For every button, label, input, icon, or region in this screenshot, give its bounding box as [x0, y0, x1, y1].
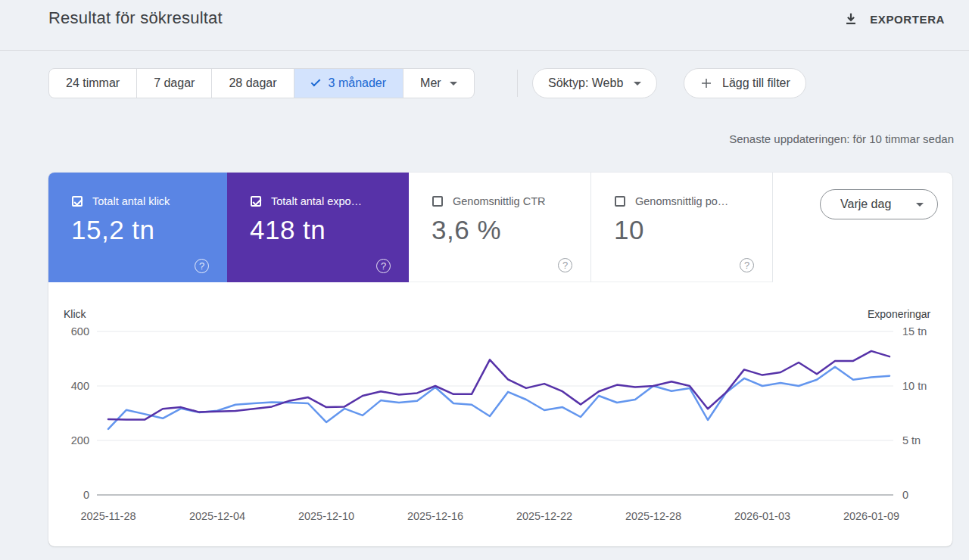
x-tick: 2025-12-10: [273, 510, 379, 522]
range-more-button[interactable]: Mer: [403, 69, 474, 98]
checkbox-icon[interactable]: [251, 196, 261, 207]
metric-tile-total-clicks[interactable]: Totalt antal klick 15,2 tn ?: [48, 173, 227, 282]
metric-tile-average-ctr[interactable]: Genomsnittlig CTR 3,6 % ?: [409, 173, 591, 282]
header-divider: [0, 50, 969, 51]
checkbox-icon[interactable]: [615, 196, 625, 207]
y-tick-left: 600: [48, 325, 89, 338]
chevron-down-icon: [634, 82, 641, 86]
metric-tile-average-position[interactable]: Genomsnittlig po… 10 ?: [591, 173, 773, 282]
search-type-filter[interactable]: Söktyp: Webb: [532, 68, 657, 98]
help-icon[interactable]: ?: [558, 258, 572, 272]
chevron-down-icon: [916, 203, 924, 207]
help-icon[interactable]: ?: [376, 259, 391, 273]
y-tick-right: 10 tn: [902, 380, 948, 392]
y-tick-right: 5 tn: [902, 434, 948, 446]
metric-value: 418 tn: [250, 215, 326, 245]
range-3m-button[interactable]: 3 månader: [294, 69, 403, 98]
export-label: EXPORTERA: [870, 13, 945, 26]
granularity-dropdown[interactable]: Varje dag: [820, 189, 938, 219]
x-tick: 2026-01-03: [709, 510, 815, 522]
date-range-group: 24 timmar 7 dagar 28 dagar 3 månader Mer: [48, 68, 475, 98]
left-axis-title: Klick: [64, 308, 86, 320]
download-icon: [843, 11, 859, 27]
right-axis-title: Exponeringar: [868, 308, 930, 320]
range-28d-button[interactable]: 28 dagar: [211, 69, 293, 98]
metric-value: 10: [614, 215, 644, 245]
x-tick: 2025-12-16: [382, 510, 488, 522]
metric-label: Totalt antal klick: [92, 195, 170, 207]
checkbox-icon[interactable]: [72, 196, 83, 207]
metric-label: Genomsnittlig CTR: [453, 195, 545, 207]
metric-label: Totalt antal expo…: [271, 195, 362, 207]
metric-tile-total-impressions[interactable]: Totalt antal expo… 418 tn ?: [227, 173, 409, 282]
x-tick: 2025-11-28: [55, 510, 161, 522]
check-icon: [310, 77, 320, 87]
metric-value: 3,6 %: [432, 215, 501, 245]
y-tick-left: 0: [48, 489, 89, 501]
filter-divider: [517, 70, 518, 97]
y-tick-left: 400: [48, 380, 89, 392]
range-7d-button[interactable]: 7 dagar: [136, 69, 211, 98]
chevron-down-icon: [450, 82, 457, 86]
checkbox-icon[interactable]: [432, 196, 443, 207]
last-updated-text: Senaste uppdateringen: för 10 timmar sed…: [729, 132, 954, 145]
x-tick: 2025-12-04: [164, 510, 270, 522]
x-tick: 2025-12-28: [600, 510, 706, 522]
plus-icon: [699, 76, 713, 90]
x-tick: 2026-01-09: [818, 510, 924, 522]
export-button[interactable]: EXPORTERA: [840, 6, 948, 32]
x-tick: 2025-12-22: [491, 510, 597, 522]
y-tick-right: 15 tn: [902, 325, 948, 338]
add-filter-button[interactable]: Lägg till filter: [684, 68, 806, 98]
range-24h-button[interactable]: 24 timmar: [49, 69, 136, 98]
report-panel: Totalt antal klick 15,2 tn ? Totalt anta…: [48, 173, 952, 546]
metric-value: 15,2 tn: [71, 215, 155, 245]
page-title: Resultat för sökresultat: [48, 8, 223, 28]
performance-line-chart[interactable]: [97, 327, 893, 499]
y-tick-left: 200: [48, 434, 89, 446]
help-icon[interactable]: ?: [195, 259, 209, 273]
y-tick-right: 0: [902, 489, 948, 501]
search-performance-page: Resultat för sökresultat EXPORTERA 24 ti…: [0, 0, 969, 560]
help-icon[interactable]: ?: [740, 258, 754, 272]
metric-label: Genomsnittlig po…: [635, 195, 728, 207]
